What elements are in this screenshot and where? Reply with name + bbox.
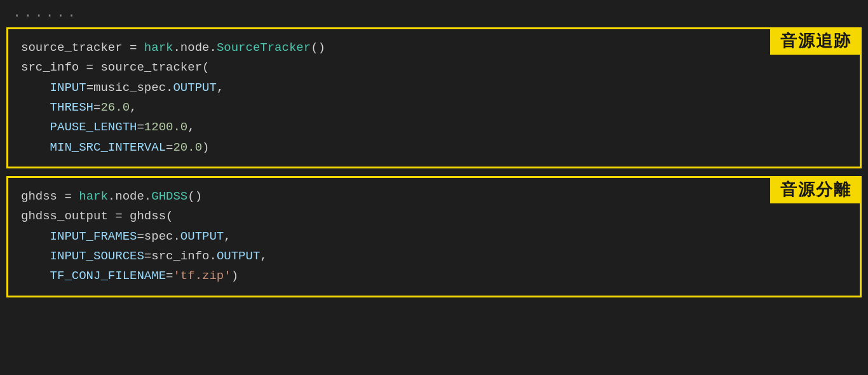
- code-token: PAUSE_LENGTH: [21, 120, 137, 134]
- code-line: INPUT=music_spec.OUTPUT,: [21, 78, 847, 98]
- code-token: (): [187, 189, 202, 203]
- code-line: MIN_SRC_INTERVAL=20.0): [21, 138, 847, 158]
- code-line: PAUSE_LENGTH=1200.0,: [21, 118, 847, 137]
- code-token: 1200.0: [144, 120, 187, 134]
- code-token: =: [57, 189, 79, 203]
- code-token: THRESH: [21, 100, 93, 114]
- code-token: 20.0: [173, 140, 202, 154]
- code-token: ): [231, 269, 238, 283]
- code-token: OUTPUT: [173, 81, 216, 95]
- ellipsis-indicator: ......: [0, 0, 868, 24]
- code-token: 26.0: [100, 100, 130, 114]
- code-line: src_info = source_tracker(: [21, 58, 847, 78]
- code-token: hark: [79, 189, 108, 203]
- code-token: ,: [217, 81, 224, 95]
- code-token: .node.: [108, 189, 151, 203]
- code-token: ,: [224, 229, 231, 243]
- code-token: OUTPUT: [180, 229, 224, 243]
- source-tracker-label: 音源追跡: [770, 27, 862, 55]
- code-token: src_info: [21, 60, 79, 74]
- code-token: =: [137, 120, 144, 134]
- code-token: ,: [260, 249, 267, 263]
- code-token: = source_tracker(: [79, 60, 209, 74]
- code-token: ,: [187, 120, 194, 134]
- code-token: =music_spec.: [86, 81, 173, 95]
- code-token: =: [166, 140, 173, 154]
- code-token: GHDSS: [151, 189, 187, 203]
- code-token: ghdss_output: [21, 209, 108, 223]
- code-token: ): [202, 140, 209, 154]
- code-token: OUTPUT: [217, 249, 260, 263]
- code-token: INPUT_SOURCES: [21, 249, 144, 263]
- code-token: ,: [130, 100, 137, 114]
- code-token: .node.: [173, 41, 216, 55]
- code-token: hark: [144, 41, 173, 55]
- code-token: 'tf.zip': [173, 269, 231, 283]
- block1-code-lines: source_tracker = hark.node.SourceTracker…: [21, 38, 847, 158]
- code-line: ghdss_output = ghdss(: [21, 207, 847, 226]
- code-token: =spec.: [137, 229, 180, 243]
- code-token: SourceTracker: [217, 41, 311, 55]
- block2-code-lines: ghdss = hark.node.GHDSS()ghdss_output = …: [21, 187, 847, 287]
- code-token: MIN_SRC_INTERVAL: [21, 140, 166, 154]
- code-token: TF_CONJ_FILENAME: [21, 269, 166, 283]
- code-token: ghdss: [21, 189, 57, 203]
- code-line: ghdss = hark.node.GHDSS(): [21, 187, 847, 207]
- ghdss-block: 音源分離 ghdss = hark.node.GHDSS()ghdss_outp…: [6, 176, 862, 297]
- code-token: source_tracker: [21, 41, 123, 55]
- code-line: TF_CONJ_FILENAME='tf.zip'): [21, 266, 847, 286]
- code-token: INPUT_FRAMES: [21, 229, 137, 243]
- code-token: = ghdss(: [108, 209, 173, 223]
- code-line: source_tracker = hark.node.SourceTracker…: [21, 38, 847, 58]
- code-token: INPUT: [21, 81, 86, 95]
- ghdss-label: 音源分離: [770, 176, 862, 203]
- source-tracker-block: 音源追跡 source_tracker = hark.node.SourceTr…: [6, 27, 862, 168]
- code-line: THRESH=26.0,: [21, 98, 847, 118]
- code-token: =: [123, 41, 144, 55]
- code-token: (): [311, 41, 325, 55]
- code-token: =: [166, 269, 173, 283]
- code-line: INPUT_FRAMES=spec.OUTPUT,: [21, 227, 847, 247]
- code-token: =: [93, 100, 100, 114]
- code-token: =src_info.: [144, 249, 217, 263]
- code-line: INPUT_SOURCES=src_info.OUTPUT,: [21, 247, 847, 266]
